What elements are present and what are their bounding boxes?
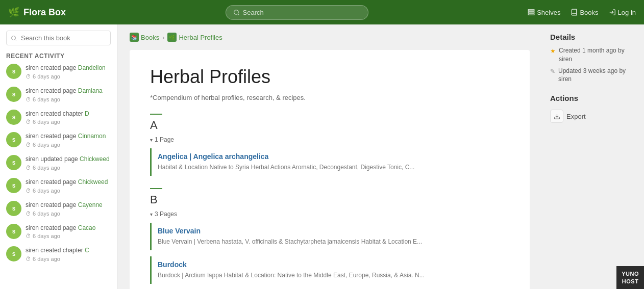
list-item: s siren created page Chickweed ⏱ 6 days … <box>6 178 111 194</box>
details-title: Details <box>550 33 636 41</box>
list-item: s siren created page Cayenne ⏱ 6 days ag… <box>6 201 111 217</box>
activity-time: ⏱ 6 days ago <box>26 165 110 171</box>
app-logo[interactable]: 🌿 Flora Box <box>8 7 66 18</box>
avatar: s <box>6 64 21 79</box>
yunohost-line2: HOST <box>622 278 639 285</box>
recent-activity-title: Recent Activity <box>6 52 111 60</box>
svg-rect-1 <box>528 10 534 11</box>
search-icon <box>233 9 240 16</box>
avatar: s <box>6 246 21 261</box>
activity-link[interactable]: Cinnamon <box>78 133 106 140</box>
breadcrumb-books-label: Books <box>141 34 159 41</box>
activity-text: siren created page Cacao <box>26 224 95 232</box>
activity-text: siren created chapter D <box>26 110 89 118</box>
avatar: s <box>6 110 21 125</box>
list-item: s siren updated page Chickweed ⏱ 6 days … <box>6 155 111 171</box>
herbal-profiles-breadcrumb-icon: 🌿 <box>167 33 177 42</box>
breadcrumb-current-label: Herbal Profiles <box>179 34 222 41</box>
svg-point-0 <box>234 10 238 14</box>
details-section: Details ★ Created 1 month ago by siren ✎… <box>550 33 636 84</box>
activity-text: siren created page Chickweed <box>26 178 108 187</box>
chapter-letter-a: A <box>150 114 162 134</box>
list-item[interactable]: Blue Vervain Blue Vervain | Verbena hast… <box>150 223 509 250</box>
list-item: s siren created page Cinnamon ⏱ 6 days a… <box>6 132 111 148</box>
avatar: s <box>6 224 21 239</box>
list-item[interactable]: Burdock Burdock | Arctium lappa Habitat … <box>150 256 509 284</box>
page-entry-desc: Burdock | Arctium lappa Habitat & Locati… <box>158 271 443 280</box>
export-label: Export <box>566 113 586 120</box>
chapter-section-b: B 3 Pages Blue Vervain Blue Vervain | Ve… <box>150 188 509 289</box>
activity-link[interactable]: Dandelion <box>78 64 106 71</box>
login-link[interactable]: Log in <box>609 9 636 16</box>
login-icon <box>609 9 616 16</box>
activity-time: ⏱ 6 days ago <box>26 142 106 148</box>
chapter-section-a: A 1 Page Angelica | Angelica archangelic… <box>150 114 509 176</box>
logo-icon: 🌿 <box>8 7 19 18</box>
global-search-box[interactable]: Search <box>226 5 368 20</box>
avatar: s <box>6 201 21 216</box>
updated-text: Updated 3 weeks ago by siren <box>558 67 636 84</box>
topnav-links: Shelves Books Log in <box>528 9 636 16</box>
activity-time: ⏱ 6 days ago <box>26 256 89 262</box>
updated-detail: ✎ Updated 3 weeks ago by siren <box>550 67 636 84</box>
topnav: 🌿 Flora Box Search Shelves Books Log in <box>0 0 644 24</box>
search-placeholder: Search <box>243 9 264 16</box>
activity-text: siren created page Cinnamon <box>26 132 106 141</box>
list-item: s siren created page Cacao ⏱ 6 days ago <box>6 224 111 240</box>
shelves-icon <box>528 9 535 16</box>
svg-rect-2 <box>528 12 534 13</box>
topnav-search-area: Search <box>72 5 522 20</box>
activity-link[interactable]: Damiana <box>78 87 103 94</box>
list-item: s siren created page Damiana ⏱ 6 days ag… <box>6 87 111 102</box>
right-panel: Details ★ Created 1 month ago by siren ✎… <box>542 24 644 289</box>
activity-link[interactable]: D <box>85 110 89 117</box>
books-link[interactable]: Books <box>571 9 598 16</box>
activity-text: siren created chapter C <box>26 246 89 255</box>
pencil-icon: ✎ <box>550 67 555 76</box>
breadcrumb-separator: › <box>162 34 164 41</box>
activity-link[interactable]: Chickweed <box>80 155 110 163</box>
export-icon <box>550 110 563 123</box>
actions-section: Actions Export <box>550 94 636 125</box>
sidebar-search-input[interactable] <box>6 31 111 45</box>
avatar: s <box>6 155 21 170</box>
app-name: Flora Box <box>23 7 66 18</box>
main-content: 📚 Books › 🌿 Herbal Profiles Herbal Profi… <box>117 24 542 289</box>
list-item[interactable]: Angelica | Angelica archangelica Habitat… <box>150 148 509 176</box>
activity-time: ⏱ 6 days ago <box>26 73 106 80</box>
main-layout: Recent Activity s siren created page Dan… <box>0 24 644 289</box>
breadcrumb-current-link[interactable]: 🌿 Herbal Profiles <box>167 33 222 42</box>
activity-time: ⏱ 6 days ago <box>26 233 95 239</box>
page-entry-desc: Habitat & Location Native to Syria Herba… <box>158 163 443 172</box>
export-button[interactable]: Export <box>550 108 586 125</box>
chapter-count-a: 1 Page <box>150 136 509 143</box>
activity-text: siren created page Cayenne <box>26 201 103 209</box>
activity-text: siren updated page Chickweed <box>26 155 110 164</box>
page-entry-title: Angelica | Angelica archangelica <box>158 152 503 161</box>
shelves-link[interactable]: Shelves <box>528 9 560 16</box>
activity-link[interactable]: Cacao <box>78 224 96 231</box>
books-breadcrumb-icon: 📚 <box>130 33 139 42</box>
created-detail: ★ Created 1 month ago by siren <box>550 46 636 64</box>
chapter-count-b: 3 Pages <box>150 211 509 218</box>
avatar: s <box>6 87 21 102</box>
activity-link[interactable]: C <box>85 247 89 254</box>
activity-time: ⏱ 6 days ago <box>26 119 89 125</box>
avatar: s <box>6 132 21 147</box>
svg-rect-3 <box>528 14 534 15</box>
yunohost-line1: YUNO <box>622 270 639 277</box>
page-entry-title: Blue Vervain <box>158 227 503 235</box>
list-item: s siren created chapter D ⏱ 6 days ago <box>6 110 111 125</box>
list-item: s siren created chapter C ⏱ 6 days ago <box>6 246 111 262</box>
activity-link[interactable]: Cayenne <box>78 201 103 208</box>
activity-text: siren created page Dandelion <box>26 64 106 72</box>
page-entry-desc: Blue Vervain | Verbena hastata, V. offic… <box>158 237 443 246</box>
page-title: Herbal Profiles <box>150 66 509 88</box>
breadcrumb-books-link[interactable]: 📚 Books <box>130 33 159 42</box>
chapter-letter-b: B <box>150 188 162 208</box>
page-card: Herbal Profiles *Compendium of herbal pr… <box>130 50 530 289</box>
activity-link[interactable]: Chickweed <box>78 178 108 186</box>
page-entry-title: Burdock <box>158 260 503 269</box>
page-subtitle: *Compendium of herbal profiles, research… <box>150 94 509 101</box>
actions-title: Actions <box>550 94 636 102</box>
